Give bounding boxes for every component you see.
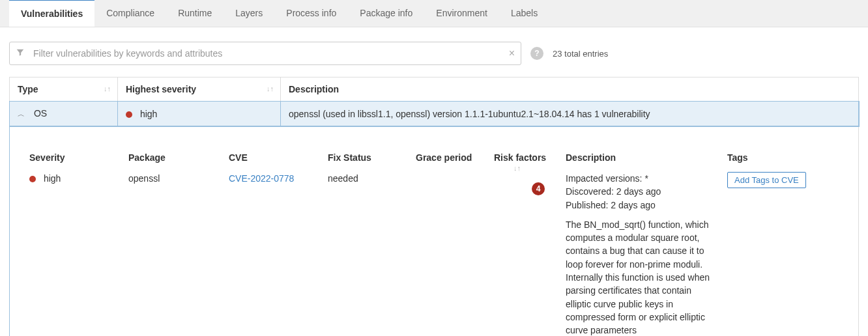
- add-tags-button[interactable]: Add Tags to CVE: [727, 172, 806, 188]
- col-desc-label: Description: [289, 84, 339, 94]
- risk-count-badge[interactable]: 4: [532, 182, 545, 195]
- severity-dot-icon: [126, 111, 132, 118]
- detail-fix-status: Fix Status needed: [328, 152, 416, 336]
- tab-process-info[interactable]: Process info: [274, 0, 348, 27]
- filter-input[interactable]: [9, 42, 521, 65]
- col-highest-severity[interactable]: Highest severity ↓↑: [118, 77, 281, 102]
- filter-icon: [16, 48, 25, 59]
- sort-icon: ↓↑: [104, 87, 111, 92]
- detail-discovered: Discovered: 2 days ago: [566, 185, 718, 198]
- detail-severity: Severity high: [29, 152, 128, 336]
- detail-cve: CVE CVE-2022-0778: [229, 152, 328, 336]
- detail-risk-header: Risk factors: [494, 152, 546, 163]
- sort-icon: ↓↑: [267, 87, 274, 92]
- detail-risk-factors: Risk factors ↓↑ 4: [494, 152, 566, 336]
- detail-fix-header: Fix Status: [328, 152, 407, 163]
- detail-package: Package openssl: [128, 152, 229, 336]
- row-type: OS: [34, 108, 47, 119]
- detail-grace-header: Grace period: [416, 152, 485, 163]
- vulnerability-table: Type ↓↑ Highest severity ↓↑ Description …: [9, 77, 859, 126]
- detail-description: Description Impacted versions: * Discove…: [566, 152, 727, 336]
- cve-link[interactable]: CVE-2022-0778: [229, 173, 294, 184]
- detail-tags-header: Tags: [727, 152, 822, 163]
- detail-desc-header: Description: [566, 152, 718, 163]
- tab-package-info[interactable]: Package info: [348, 0, 424, 27]
- tab-runtime[interactable]: Runtime: [166, 0, 224, 27]
- tab-compliance[interactable]: Compliance: [94, 0, 166, 27]
- detail-published: Published: 2 days ago: [566, 199, 718, 212]
- detail-package-value: openssl: [128, 172, 220, 185]
- detail-severity-header: Severity: [29, 152, 119, 163]
- detail-package-header: Package: [128, 152, 220, 163]
- col-sev-label: Highest severity: [126, 84, 196, 94]
- col-type[interactable]: Type ↓↑: [10, 77, 118, 102]
- detail-fix-value: needed: [328, 172, 407, 185]
- tab-layers[interactable]: Layers: [224, 0, 274, 27]
- clear-filter-icon[interactable]: ×: [509, 48, 515, 59]
- chevron-up-icon[interactable]: ︿: [18, 109, 25, 119]
- tab-environment[interactable]: Environment: [424, 0, 499, 27]
- total-entries: 23 total entries: [553, 49, 608, 59]
- tab-vulnerabilities[interactable]: Vulnerabilities: [9, 0, 94, 27]
- col-type-label: Type: [18, 84, 38, 94]
- col-description[interactable]: Description: [281, 77, 859, 102]
- severity-dot-icon: [29, 176, 36, 182]
- detail-cve-header: CVE: [229, 152, 319, 163]
- filter-box: ×: [9, 42, 521, 65]
- help-icon[interactable]: ?: [530, 47, 543, 60]
- tab-labels[interactable]: Labels: [499, 0, 549, 27]
- row-severity: high: [140, 109, 157, 119]
- toolbar: × ? 23 total entries: [0, 27, 868, 72]
- detail-tags: Tags Add Tags to CVE: [727, 152, 832, 336]
- detail-severity-value: high: [44, 173, 61, 184]
- sort-icon[interactable]: ↓↑: [514, 166, 521, 171]
- detail-desc-body: The BN_mod_sqrt() function, which comput…: [566, 218, 718, 336]
- detail-impacted: Impacted versions: *: [566, 172, 718, 185]
- tab-bar: Vulnerabilities Compliance Runtime Layer…: [0, 0, 868, 27]
- detail-panel: Severity high Package openssl CVE CVE-20…: [9, 126, 859, 336]
- table-row[interactable]: ︿ OS high openssl (used in libssl1.1, op…: [10, 102, 859, 126]
- detail-grace-period: Grace period: [416, 152, 494, 336]
- row-description: openssl (used in libssl1.1, openssl) ver…: [281, 102, 859, 126]
